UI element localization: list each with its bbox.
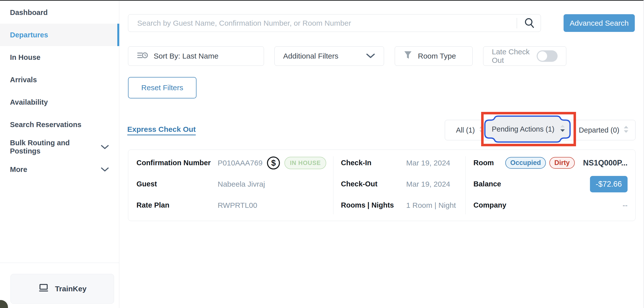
chevron-down-icon — [100, 145, 109, 150]
check-out-label: Check-Out — [341, 180, 406, 188]
balance-row: Balance -$72.66 — [474, 173, 628, 195]
filter-funnel-icon — [404, 51, 412, 62]
annotation-highlight-box: Pending Actions (1) — [481, 112, 576, 146]
sidebar-nav: Dashboard Departures In House Arrivals A… — [0, 1, 119, 181]
rate-plan-value: RWPRTL00 — [218, 201, 257, 210]
room-type-label: Room Type — [418, 52, 456, 60]
card-column-identity: Confirmation Number P010AAA769 $ IN HOUS… — [136, 152, 331, 216]
room-row: Room Occupied Dirty NS1Q000P... — [474, 152, 628, 173]
sidebar-item-departures[interactable]: Departures — [0, 24, 119, 46]
tab-departed[interactable]: Departed (0) — [579, 125, 629, 135]
sort-by-dropdown[interactable]: Sort By: Last Name — [128, 46, 264, 66]
sidebar-item-arrivals[interactable]: Arrivals — [0, 69, 119, 91]
rooms-nights-value: 1 Room | Night — [406, 201, 456, 210]
company-label: Company — [474, 201, 505, 209]
sidebar-item-dashboard[interactable]: Dashboard — [0, 1, 119, 24]
guest-value: Nabeela Jivraj — [218, 180, 265, 188]
late-check-out-filter: Late Check Out — [483, 46, 566, 66]
rooms-nights-row: Rooms | Nights 1 Room | Night — [341, 195, 460, 216]
departures-page: { "sidebar": { "items": [ {"label": "Das… — [0, 0, 644, 308]
search-divider — [517, 18, 517, 29]
guest-label: Guest — [136, 180, 218, 188]
card-column-room: Room Occupied Dirty NS1Q000P... Balance … — [474, 152, 628, 216]
room-type-filter[interactable]: Room Type — [395, 46, 473, 66]
check-in-row: Check-In Mar 19, 2024 — [341, 152, 460, 173]
rate-plan-label: Rate Plan — [136, 201, 218, 209]
sidebar-item-bulk-routing[interactable]: Bulk Routing and Postings — [0, 136, 119, 158]
sort-clock-icon — [137, 50, 148, 62]
tab-departed-label: Departed (0) — [579, 126, 619, 134]
tab-pending-actions-label: Pending Actions (1) — [492, 125, 554, 133]
sidebar-footer: TrainKey — [0, 263, 119, 308]
chevron-down-icon — [366, 52, 375, 60]
rooms-nights-label: Rooms | Nights — [341, 201, 406, 209]
dollar-circle-icon[interactable]: $ — [267, 156, 280, 169]
card-column-dates: Check-In Mar 19, 2024 Check-Out Mar 19, … — [341, 152, 460, 216]
trainkey-label: TrainKey — [55, 284, 87, 293]
search-icon[interactable] — [524, 17, 536, 29]
rate-plan-row: Rate Plan RWPRTL00 — [136, 195, 331, 216]
sidebar: Dashboard Departures In House Arrivals A… — [0, 1, 119, 308]
tab-all[interactable]: All (1) — [456, 125, 484, 135]
confirmation-label: Confirmation Number — [136, 159, 218, 167]
confirmation-row: Confirmation Number P010AAA769 $ IN HOUS… — [136, 152, 331, 173]
departure-status-tabs: All (1) Departed (0) Pending Ac — [445, 120, 636, 140]
check-out-value: Mar 19, 2024 — [406, 180, 450, 188]
in-house-badge: IN HOUSE — [284, 157, 326, 169]
trainkey-button[interactable]: TrainKey — [10, 274, 114, 304]
check-out-row: Check-Out Mar 19, 2024 — [341, 173, 460, 195]
room-label: Room — [474, 159, 505, 167]
card-divider — [466, 156, 466, 214]
advanced-search-button[interactable]: Advanced Search — [564, 14, 635, 32]
sidebar-item-search-reservations[interactable]: Search Reservations — [0, 113, 119, 136]
sidebar-item-label: Bulk Routing and Postings — [10, 139, 100, 155]
additional-filters-dropdown[interactable]: Additional Filters — [274, 46, 384, 66]
company-row: Company -- — [474, 195, 628, 216]
search-input[interactable] — [128, 14, 541, 32]
balance-label: Balance — [474, 180, 505, 188]
check-in-label: Check-In — [341, 159, 406, 167]
sidebar-item-availability[interactable]: Availability — [0, 91, 119, 113]
sidebar-item-label: More — [10, 165, 27, 174]
sort-by-label: Sort By: Last Name — [154, 52, 218, 60]
occupied-badge: Occupied — [505, 157, 546, 169]
toggle-knob — [538, 51, 547, 61]
card-divider — [333, 156, 334, 214]
reservation-card[interactable]: Confirmation Number P010AAA769 $ IN HOUS… — [128, 150, 636, 221]
balance-amount-chip[interactable]: -$72.66 — [590, 176, 628, 192]
late-check-out-toggle[interactable] — [537, 50, 558, 62]
sidebar-item-in-house[interactable]: In House — [0, 46, 119, 69]
dirty-badge: Dirty — [549, 157, 575, 169]
room-number-value: NS1Q000P... — [583, 158, 628, 167]
laptop-icon — [38, 283, 49, 294]
tab-all-label: All (1) — [456, 126, 475, 134]
reset-filters-button[interactable]: Reset Filters — [128, 77, 196, 98]
company-value: -- — [622, 201, 628, 210]
late-check-out-label: Late Check Out — [492, 48, 531, 65]
express-check-out-link[interactable]: Express Check Out — [127, 125, 196, 135]
confirmation-value: P010AAA769 — [218, 159, 262, 167]
check-in-value: Mar 19, 2024 — [406, 159, 450, 167]
sidebar-item-more[interactable]: More — [0, 158, 119, 181]
chevron-down-icon — [100, 167, 109, 172]
sort-arrows-icon — [560, 124, 565, 134]
additional-filters-label: Additional Filters — [283, 52, 338, 60]
guest-row: Guest Nabeela Jivraj — [136, 173, 331, 195]
tab-pending-actions[interactable]: Pending Actions (1) — [484, 114, 574, 144]
sort-arrows-icon — [623, 125, 629, 135]
